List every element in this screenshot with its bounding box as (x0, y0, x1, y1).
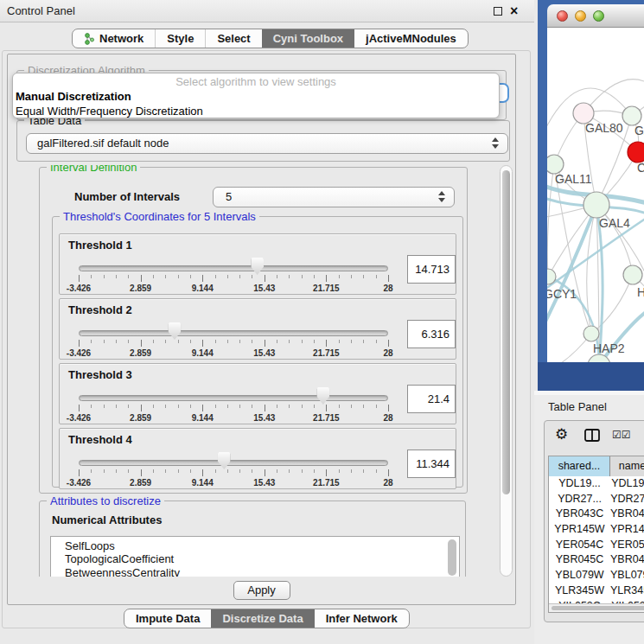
table-data-combobox[interactable]: galFiltered.sif default node (26, 133, 508, 154)
tick-mark (363, 340, 364, 343)
slider-tick-labels: -3.4262.8599.14415.4321.71528 (79, 413, 388, 423)
column-header-name[interactable]: name (610, 456, 644, 476)
tab-select[interactable]: Select (205, 29, 261, 48)
threshold-value-field[interactable]: 11.344 (407, 450, 456, 478)
tick-mark (104, 340, 105, 343)
cell-shared-name[interactable]: YDL19... (549, 476, 610, 492)
attribute-item[interactable]: BetweennessCentrality (51, 566, 459, 577)
cell-name[interactable]: YBL079W (610, 568, 644, 583)
network-window-titlebar[interactable] (547, 4, 644, 28)
slider-track[interactable] (79, 330, 388, 336)
slider-thumb[interactable] (316, 387, 329, 405)
tick-label: 2.859 (130, 348, 151, 358)
network-node[interactable] (622, 106, 641, 125)
tick-mark (351, 469, 352, 473)
table-row[interactable]: YBR045CYBR045C (549, 552, 644, 568)
column-split-icon[interactable] (584, 429, 600, 442)
threshold-value-field[interactable]: 21.4 (407, 385, 456, 413)
tick-label: 9.144 (192, 478, 214, 488)
gear-icon[interactable]: ⚙ (555, 425, 568, 443)
table-row[interactable]: YBL079WYBL079W (549, 568, 644, 583)
table-row[interactable]: YPR145WYPR145W (549, 522, 644, 538)
tick-mark (302, 405, 303, 408)
tick-mark (326, 405, 327, 411)
scrollbar-thumb[interactable] (552, 606, 644, 610)
threshold-panel: Threshold 1 -3.4262.8599.14415.4321.7152… (59, 233, 456, 295)
tick-label: 15.43 (253, 284, 275, 293)
checkbox-icons[interactable]: ☑☑ (612, 429, 631, 441)
number-of-intervals-combobox[interactable]: 5 (213, 187, 455, 207)
attribute-item[interactable]: SelfLoops (51, 539, 459, 552)
threshold-slider[interactable]: -3.4262.8599.14415.4321.71528 (79, 429, 388, 490)
network-node[interactable] (583, 192, 609, 218)
attribute-item[interactable]: TopologicalCoefficient (51, 552, 459, 565)
menu-item-manual-discretization[interactable]: Manual Discretization (13, 89, 499, 104)
menu-item-equal-width-frequency[interactable]: Equal Width/Frequency Discretization (13, 104, 499, 118)
cell-name[interactable]: YLR345W (610, 583, 644, 599)
zoom-traffic-light-icon[interactable] (593, 10, 604, 22)
column-header-shared[interactable]: shared... (549, 456, 610, 476)
interval-definition-label: Interval Definition (47, 165, 140, 174)
table-row[interactable]: YDR27...YDR27... (549, 492, 644, 507)
cell-shared-name[interactable]: YBR045C (549, 552, 610, 568)
threshold-value-field[interactable]: 6.316 (407, 320, 456, 348)
cell-shared-name[interactable]: YPR145W (549, 522, 610, 538)
tab-style[interactable]: Style (155, 29, 205, 48)
table-row[interactable]: YBR043CYBR043C (549, 507, 644, 522)
cell-shared-name[interactable]: YBR043C (549, 507, 610, 522)
cell-name[interactable]: YBR045C (610, 552, 644, 568)
scrollbar-thumb[interactable] (502, 170, 510, 494)
list-scrollbar[interactable] (448, 539, 456, 576)
tick-mark (153, 469, 154, 473)
cell-shared-name[interactable]: YDR27... (549, 492, 610, 507)
number-of-intervals-value: 5 (214, 188, 454, 207)
numerical-attributes-list[interactable]: SelfLoopsTopologicalCoefficientBetweenne… (50, 536, 460, 577)
tab-network[interactable]: Network (73, 29, 155, 48)
threshold-slider[interactable]: -3.4262.8599.14415.4321.71528 (79, 299, 388, 360)
apply-button[interactable]: Apply (233, 581, 290, 600)
network-canvas[interactable]: GAL80GACGAL11GAL4GCY1HHAP2 (547, 28, 644, 362)
tab-jactivemnodules[interactable]: jActiveMNodules (354, 29, 468, 48)
node-table[interactable]: shared... name YDL19...YDL19...YDR27...Y… (548, 456, 644, 613)
cell-shared-name[interactable]: YER054C (549, 538, 610, 553)
tab-network-label: Network (99, 29, 143, 48)
slider-track[interactable] (79, 265, 388, 271)
slider-track[interactable] (79, 395, 388, 401)
network-node[interactable] (628, 142, 644, 163)
cell-name[interactable]: YPR145W (610, 522, 644, 538)
float-window-icon[interactable] (494, 7, 502, 16)
network-node[interactable] (547, 155, 564, 174)
slider-thumb[interactable] (218, 452, 231, 469)
cell-shared-name[interactable]: YBL079W (549, 568, 610, 583)
vertical-scrollbar[interactable] (500, 165, 513, 577)
table-row[interactable]: YLR345WYLR345W (549, 583, 644, 599)
cell-name[interactable]: YDL19... (610, 476, 644, 492)
close-icon[interactable]: × (510, 2, 518, 21)
threshold-value-field[interactable]: 14.713 (407, 255, 456, 284)
cell-shared-name[interactable]: YLR345W (549, 583, 610, 599)
slider-track[interactable] (79, 460, 388, 466)
cell-name[interactable]: YDR27... (610, 492, 644, 507)
horizontal-scrollbar[interactable] (549, 603, 644, 612)
combobox-spinner-icon[interactable] (438, 191, 446, 202)
close-traffic-light-icon[interactable] (557, 10, 568, 22)
cell-name[interactable]: YER054C (610, 538, 644, 553)
slider-thumb[interactable] (168, 322, 181, 340)
tab-discretize-data[interactable]: Discretize Data (211, 609, 314, 628)
slider-thumb[interactable] (251, 258, 264, 275)
algorithm-dropdown-popup: Select algorithm to view settings Manual… (12, 73, 500, 118)
tick-mark (277, 469, 277, 473)
network-node[interactable] (583, 326, 599, 341)
minimize-traffic-light-icon[interactable] (575, 10, 586, 22)
combobox-spinner-icon[interactable] (492, 137, 500, 149)
network-node[interactable] (623, 265, 642, 284)
tab-infer-network[interactable]: Infer Network (315, 609, 409, 628)
network-window-frame[interactable]: GAL80GACGAL11GAL4GCY1HHAP2 (538, 0, 644, 391)
tab-cyni-toolbox[interactable]: Cyni Toolbox (262, 29, 354, 48)
tab-impute-data[interactable]: Impute Data (124, 609, 211, 628)
table-row[interactable]: YER054CYER054C (549, 538, 644, 553)
threshold-slider[interactable]: -3.4262.8599.14415.4321.71528 (79, 234, 388, 296)
threshold-slider[interactable]: -3.4262.8599.14415.4321.71528 (79, 364, 388, 425)
cell-name[interactable]: YBR043C (610, 507, 644, 522)
table-row[interactable]: YDL19...YDL19... (549, 476, 644, 492)
